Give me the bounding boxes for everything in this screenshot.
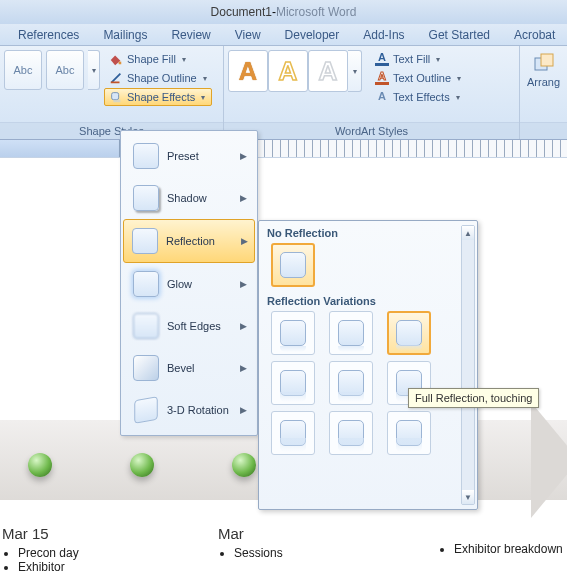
reflection-variant-4[interactable] [271,361,315,405]
timeline-orb-2 [130,453,154,477]
shape-style-preset-1[interactable]: Abc [4,50,42,90]
chevron-right-icon: ▶ [240,279,247,289]
shape-fill-button[interactable]: Shape Fill▾ [104,50,212,68]
tab-view[interactable]: View [235,28,261,42]
bevel-icon [133,355,159,381]
svg-rect-1 [111,82,120,84]
text-effects-label: Text Effects [393,91,450,103]
menu-bevel[interactable]: Bevel▶ [125,347,253,389]
wordart-preset-2[interactable]: A [268,50,308,92]
svg-rect-0 [119,62,122,65]
ribbon: Abc Abc ▾ Shape Fill▾ Shape Outline▾ Sha… [0,46,567,140]
arrange-button[interactable]: Arrang [524,50,563,110]
rotation-icon [134,396,157,424]
glow-icon [133,271,159,297]
shape-effects-menu: Preset▶ Shadow▶ Reflection▶ Glow▶ Soft E… [120,130,258,436]
reflection-variant-1[interactable] [271,311,315,355]
text-fill-icon: A [375,52,389,66]
shape-style-more-dropdown[interactable]: ▾ [88,50,100,90]
arrange-icon [532,52,556,76]
group-label-wordart-styles: WordArt Styles [224,122,519,139]
effects-icon [109,90,123,104]
reflection-variant-3-hover[interactable] [387,311,431,355]
pencil-icon [109,71,123,85]
title-bar: Document1 - Microsoft Word [0,0,567,24]
reflection-variant-2[interactable] [329,311,373,355]
shadow-icon [133,185,159,211]
text-outline-button[interactable]: A Text Outline▾ [370,69,466,87]
timeline-orb-3 [232,453,256,477]
menu-reflection[interactable]: Reflection▶ [123,219,255,263]
tab-acrobat[interactable]: Acrobat [514,28,555,42]
tab-developer[interactable]: Developer [285,28,340,42]
preset-icon [133,143,159,169]
wordart-preset-3[interactable]: A [308,50,348,92]
text-outline-label: Text Outline [393,72,451,84]
text-fill-button[interactable]: A Text Fill▾ [370,50,466,68]
menu-glow[interactable]: Glow▶ [125,263,253,305]
reflection-variant-9[interactable] [387,411,431,455]
menu-shadow[interactable]: Shadow▶ [125,177,253,219]
shape-fill-label: Shape Fill [127,53,176,65]
reflection-variant-7[interactable] [271,411,315,455]
shape-effects-label: Shape Effects [127,91,195,103]
scroll-down-icon[interactable]: ▼ [462,490,474,504]
reflection-icon [132,228,158,254]
reflection-variant-5[interactable] [329,361,373,405]
arrange-label: Arrang [527,76,560,88]
tooltip: Full Reflection, touching [408,388,539,408]
menu-preset[interactable]: Preset▶ [125,135,253,177]
shape-outline-button[interactable]: Shape Outline▾ [104,69,212,87]
group-shape-styles: Abc Abc ▾ Shape Fill▾ Shape Outline▾ Sha… [0,46,224,139]
tab-references[interactable]: References [18,28,79,42]
col2-item-1: Sessions [234,546,283,560]
chevron-right-icon: ▶ [240,193,247,203]
svg-rect-5 [541,54,553,66]
timeline-col-2: Mar X Sessions [218,525,283,560]
menu-3drotation[interactable]: 3-D Rotation▶ [125,389,253,431]
chevron-right-icon: ▶ [241,236,248,246]
reflection-variant-8[interactable] [329,411,373,455]
timeline-arrow-head [531,402,567,518]
col1-header: Mar 15 [2,525,79,542]
doc-name: Document1 [211,5,272,19]
text-effects-icon: A [375,90,389,104]
tab-review[interactable]: Review [171,28,210,42]
gallery-scrollbar[interactable]: ▲ ▼ [461,225,475,505]
tab-addins[interactable]: Add-Ins [363,28,404,42]
bucket-icon [109,52,123,66]
col1-item-2: Exhibitor [18,560,79,574]
horizontal-ruler[interactable] [0,140,567,158]
variations-label: Reflection Variations [259,293,477,311]
reflection-gallery: No Reflection Reflection Variations ▲ ▼ [258,220,478,510]
scroll-up-icon[interactable]: ▲ [462,226,474,240]
svg-rect-2 [112,93,119,100]
col1-item-1: Precon day [18,546,79,560]
tab-mailings[interactable]: Mailings [103,28,147,42]
shape-effects-button[interactable]: Shape Effects▾ [104,88,212,106]
shape-style-preset-2[interactable]: Abc [46,50,84,90]
chevron-right-icon: ▶ [240,363,247,373]
timeline-orb-1 [28,453,52,477]
timeline-col-3: Exhibitor breakdown [438,542,563,556]
wordart-preset-1[interactable]: A [228,50,268,92]
group-arrange: Arrang [520,46,567,139]
svg-rect-3 [113,100,120,103]
text-outline-icon: A [375,71,389,85]
timeline-col-1: Mar 15 Precon day Exhibitor [2,525,79,574]
no-reflection-option[interactable] [271,243,315,287]
tab-getstarted[interactable]: Get Started [429,28,490,42]
chevron-right-icon: ▶ [240,321,247,331]
softedges-icon [133,313,159,339]
no-reflection-label: No Reflection [259,225,477,243]
app-name: Microsoft Word [276,5,356,19]
shape-outline-label: Shape Outline [127,72,197,84]
ribbon-tabs: References Mailings Review View Develope… [0,24,567,46]
chevron-right-icon: ▶ [240,151,247,161]
menu-softedges[interactable]: Soft Edges▶ [125,305,253,347]
wordart-more-dropdown[interactable]: ▾ [348,50,362,92]
text-effects-button[interactable]: A Text Effects▾ [370,88,466,106]
col2-header: Mar X [218,525,283,542]
col3-item-1: Exhibitor breakdown [454,542,563,556]
chevron-right-icon: ▶ [240,405,247,415]
